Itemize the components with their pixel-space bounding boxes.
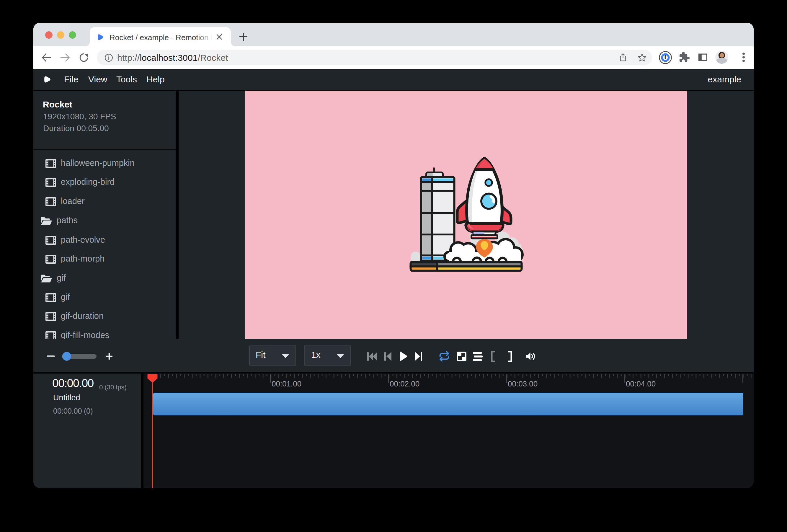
svg-text:00:03.00: 00:03.00	[508, 379, 537, 388]
svg-text:00:02.00: 00:02.00	[390, 379, 420, 388]
svg-text:00:04.00: 00:04.00	[626, 379, 656, 388]
svg-text:00:01.00: 00:01.00	[272, 379, 301, 388]
